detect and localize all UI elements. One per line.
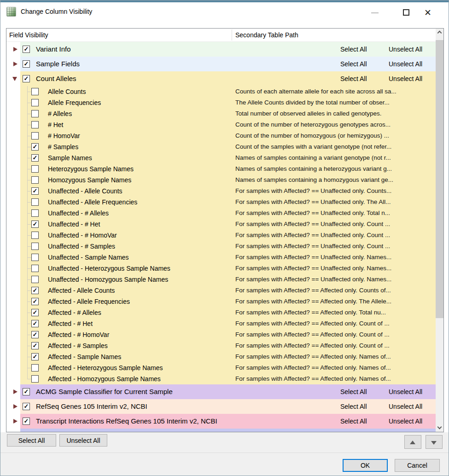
- select-all-link[interactable]: Select All: [340, 42, 367, 57]
- field-row[interactable]: ✓Affected - # HetFor samples with Affect…: [6, 318, 436, 329]
- field-checkbox[interactable]: ✓: [31, 154, 39, 162]
- expand-icon[interactable]: [13, 62, 17, 66]
- field-row[interactable]: Unaffected - # SamplesFor samples with A…: [6, 241, 436, 252]
- field-row[interactable]: # HomoVarCount of the number of homozygo…: [6, 130, 436, 141]
- field-row[interactable]: ✓Affected - # SamplesFor samples with Af…: [6, 340, 436, 351]
- scroll-up-button[interactable]: [436, 29, 443, 36]
- expand-icon[interactable]: [13, 419, 17, 424]
- minimize-button[interactable]: [365, 6, 385, 20]
- field-checkbox[interactable]: ✓: [31, 353, 39, 360]
- expand-icon[interactable]: [13, 404, 17, 409]
- field-checkbox[interactable]: [31, 88, 39, 95]
- field-row[interactable]: # AllelesTotal number of observed allele…: [6, 108, 436, 119]
- group-checkbox[interactable]: ✓: [23, 60, 30, 68]
- field-checkbox[interactable]: [31, 176, 39, 184]
- field-row[interactable]: Affected - Homozygous Sample NamesFor sa…: [6, 373, 436, 384]
- group-row[interactable]: ✓Sample FieldsSelect AllUnselect All: [6, 57, 436, 71]
- expand-icon[interactable]: [13, 47, 17, 52]
- select-all-link[interactable]: Select All: [340, 57, 367, 71]
- field-row[interactable]: Allele FrequenciesThe Allele Counts divi…: [6, 97, 436, 108]
- select-all-link[interactable]: Select All: [340, 384, 367, 399]
- field-row[interactable]: ✓Unaffected - # HetFor samples with Affe…: [6, 219, 436, 230]
- collapse-icon[interactable]: [12, 77, 17, 81]
- group-row[interactable]: ✓Variant InfoSelect AllUnselect All: [6, 42, 436, 57]
- group-row[interactable]: ✓ACMG Sample Classifier for Current Samp…: [6, 384, 436, 399]
- unselect-all-link[interactable]: Unselect All: [389, 384, 422, 399]
- field-checkbox[interactable]: [31, 99, 39, 106]
- expand-icon[interactable]: [13, 389, 17, 394]
- column-divider[interactable]: [232, 29, 232, 41]
- group-checkbox[interactable]: ✓: [23, 388, 30, 395]
- field-row[interactable]: Unaffected - # HomoVarFor samples with A…: [6, 230, 436, 241]
- field-row[interactable]: Unaffected - Allele FrequenciesFor sampl…: [6, 197, 436, 208]
- field-checkbox[interactable]: ✓: [31, 320, 39, 327]
- field-checkbox[interactable]: ✓: [31, 298, 39, 305]
- field-row[interactable]: ✓Affected - # HomoVarFor samples with Af…: [6, 329, 436, 340]
- field-row[interactable]: Unaffected - Heterozygous Sample NamesFo…: [6, 263, 436, 274]
- move-up-button[interactable]: [404, 435, 421, 449]
- group-checkbox[interactable]: ✓: [23, 418, 30, 425]
- field-checkbox[interactable]: ✓: [31, 331, 39, 338]
- select-all-button[interactable]: Select All: [7, 434, 56, 447]
- field-checkbox[interactable]: [31, 364, 39, 372]
- field-row[interactable]: ✓Affected - Allele CountsFor samples wit…: [6, 285, 436, 296]
- unselect-all-link[interactable]: Unselect All: [389, 71, 422, 86]
- field-row[interactable]: ✓Affected - Allele FrequenciesFor sample…: [6, 296, 436, 307]
- select-all-link[interactable]: Select All: [340, 399, 367, 414]
- field-checkbox[interactable]: ✓: [31, 143, 39, 151]
- field-checkbox[interactable]: ✓: [31, 342, 39, 349]
- field-checkbox[interactable]: [31, 209, 39, 217]
- unselect-all-link[interactable]: Unselect All: [389, 57, 422, 71]
- close-button[interactable]: ✕: [419, 6, 438, 20]
- group-checkbox[interactable]: ✓: [23, 46, 30, 53]
- field-checkbox[interactable]: [31, 132, 39, 139]
- field-row[interactable]: Affected - Heterozygous Sample NamesFor …: [6, 362, 436, 373]
- field-checkbox[interactable]: [31, 232, 39, 239]
- field-checkbox[interactable]: [31, 243, 39, 250]
- dialog-change-column-visibility: Change Column Visibility ✕ Field Visibil…: [0, 0, 449, 476]
- group-row[interactable]: ✓RefSeq Genes 105 Interim v2, NCBISelect…: [6, 399, 436, 414]
- field-row[interactable]: ✓# SamplesCount of the samples with a va…: [6, 141, 436, 152]
- scrollbar-thumb[interactable]: [436, 40, 443, 318]
- field-checkbox[interactable]: ✓: [31, 287, 39, 294]
- field-row[interactable]: ✓Unaffected - Allele CountsFor samples w…: [6, 186, 436, 197]
- field-checkbox[interactable]: ✓: [31, 221, 39, 228]
- field-checkbox[interactable]: [31, 198, 39, 206]
- unselect-all-link[interactable]: Unselect All: [389, 42, 422, 57]
- field-row[interactable]: ✓Sample NamesNames of samples containing…: [6, 152, 436, 163]
- group-checkbox[interactable]: ✓: [23, 403, 30, 410]
- field-row[interactable]: Allele CountsCounts of each alternate al…: [6, 86, 436, 97]
- field-row[interactable]: Unaffected - Homozygous Sample NamesFor …: [6, 274, 436, 285]
- field-checkbox[interactable]: [31, 110, 39, 117]
- field-row[interactable]: # HetCount of the number of heterozygous…: [6, 119, 436, 130]
- vertical-scrollbar[interactable]: [436, 29, 443, 432]
- select-all-link[interactable]: Select All: [340, 414, 367, 429]
- field-checkbox[interactable]: ✓: [31, 309, 39, 316]
- field-row[interactable]: Heterozygous Sample NamesNames of sample…: [6, 163, 436, 174]
- group-row[interactable]: ✓Count AllelesSelect AllUnselect All: [6, 71, 436, 86]
- field-checkbox[interactable]: [31, 121, 39, 128]
- field-checkbox[interactable]: [31, 254, 39, 261]
- scroll-down-button[interactable]: [436, 424, 443, 432]
- field-checkbox[interactable]: ✓: [31, 187, 39, 195]
- unselect-all-button[interactable]: Unselect All: [59, 434, 107, 447]
- field-row[interactable]: ✓Affected - # AllelesFor samples with Af…: [6, 307, 436, 318]
- field-row[interactable]: ✓Affected - Sample NamesFor samples with…: [6, 351, 436, 362]
- field-row[interactable]: Homozygous Sample NamesNames of samples …: [6, 174, 436, 186]
- tree-column-headers: Field Visibility Secondary Table Path: [6, 29, 436, 42]
- field-row[interactable]: Unaffected - # AllelesFor samples with A…: [6, 208, 436, 219]
- field-checkbox[interactable]: [31, 165, 39, 173]
- unselect-all-link[interactable]: Unselect All: [389, 414, 422, 429]
- group-row[interactable]: ✓Transcript Interactions RefSeq Genes 10…: [6, 414, 436, 429]
- field-checkbox[interactable]: [31, 375, 39, 383]
- maximize-button[interactable]: [397, 6, 416, 20]
- field-checkbox[interactable]: [31, 276, 39, 283]
- move-down-button[interactable]: [426, 435, 443, 449]
- select-all-link[interactable]: Select All: [340, 71, 367, 86]
- field-checkbox[interactable]: [31, 265, 39, 272]
- field-row[interactable]: Unaffected - Sample NamesFor samples wit…: [6, 252, 436, 263]
- unselect-all-link[interactable]: Unselect All: [389, 399, 422, 414]
- group-checkbox[interactable]: ✓: [23, 75, 30, 82]
- ok-button[interactable]: OK: [343, 459, 388, 472]
- cancel-button[interactable]: Cancel: [395, 459, 440, 472]
